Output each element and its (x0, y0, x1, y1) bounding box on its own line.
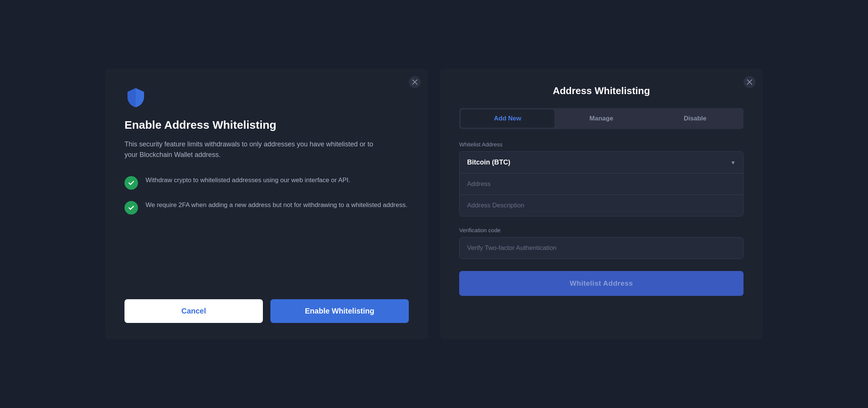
check-circle-1 (124, 176, 138, 190)
whitelist-address-button[interactable]: Whitelist Address (459, 271, 744, 296)
address-description-input[interactable] (467, 202, 736, 209)
left-modal-title: Enable Address Whitelisting (124, 118, 409, 132)
right-modal: Address Whitelisting Add New Manage Disa… (440, 69, 763, 339)
verification-input[interactable] (467, 244, 736, 252)
check-circle-2 (124, 201, 138, 215)
address-input[interactable] (467, 180, 736, 188)
enable-whitelisting-button[interactable]: Enable Whitelisting (270, 299, 409, 323)
crypto-value: Bitcoin (BTC) (467, 158, 730, 166)
feature-list: Withdraw crypto to whitelisted addresses… (124, 175, 409, 215)
form-box: Bitcoin (BTC) ▼ (459, 151, 744, 216)
verification-label: Verification code (459, 227, 744, 233)
tab-add-new[interactable]: Add New (461, 110, 554, 128)
verification-section: Verification code (459, 227, 744, 259)
feature-item-1: Withdraw crypto to whitelisted addresses… (124, 175, 409, 190)
cancel-button[interactable]: Cancel (124, 299, 263, 323)
tab-disable[interactable]: Disable (648, 110, 742, 128)
whitelist-address-section: Whitelist Address Bitcoin (BTC) ▼ (459, 141, 744, 216)
right-close-button[interactable] (744, 76, 756, 88)
feature-text-1: Withdraw crypto to whitelisted addresses… (146, 175, 350, 185)
address-description-input-row (460, 195, 743, 216)
feature-text-2: We require 2FA when adding a new address… (146, 200, 407, 210)
dropdown-arrow-icon: ▼ (730, 160, 736, 166)
crypto-dropdown[interactable]: Bitcoin (BTC) ▼ (460, 152, 743, 174)
left-modal-description: This security feature limits withdrawals… (124, 139, 380, 160)
tab-manage[interactable]: Manage (554, 110, 648, 128)
address-input-row (460, 174, 743, 195)
verify-box (459, 237, 744, 259)
right-modal-title: Address Whitelisting (459, 85, 744, 97)
feature-item-2: We require 2FA when adding a new address… (124, 200, 409, 215)
left-modal: Enable Address Whitelisting This securit… (105, 69, 428, 339)
shield-icon (124, 87, 147, 109)
modal-actions: Cancel Enable Whitelisting (124, 299, 409, 323)
tab-bar: Add New Manage Disable (459, 108, 744, 129)
left-close-button[interactable] (409, 76, 421, 88)
whitelist-address-label: Whitelist Address (459, 141, 744, 148)
screen: Enable Address Whitelisting This securit… (0, 0, 868, 408)
